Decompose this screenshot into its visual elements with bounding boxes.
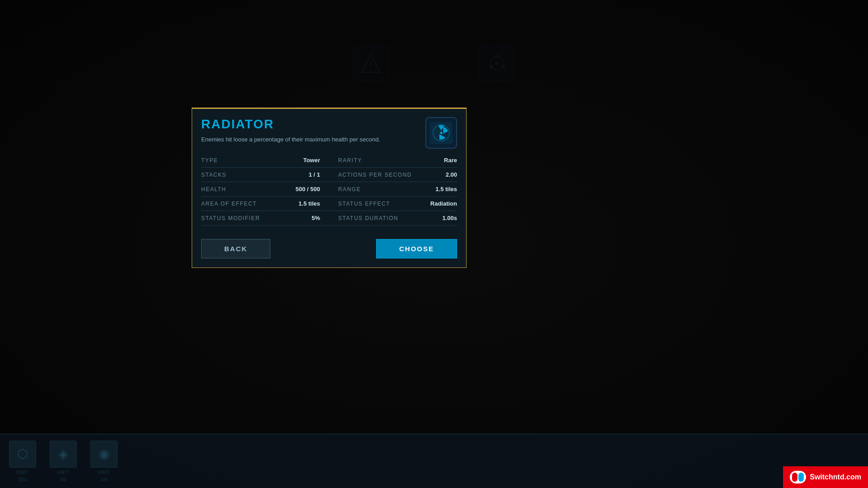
stat-label-health: HEALTH [201,186,226,192]
stat-value-aps: 2.00 [446,171,457,178]
stat-row-type: TYPE Tower [201,153,329,168]
stat-row-rarity: RARITY Rare [329,153,457,168]
modal-header: RADIATOR Enemies hit loose a percentage … [192,109,466,153]
modal-description: Enemies hit loose a percentage of their … [201,135,409,144]
stat-label-aps: ACTIONS PER SECOND [338,172,412,178]
stat-label-range: RANGE [338,186,361,192]
stat-row-stacks: STACKS 1 / 1 [201,168,329,182]
bottom-icon-1: ⬡ [9,441,36,468]
bottom-ghost-1: ⬡ UNIT 0/50 [9,441,36,482]
bottom-bar: ⬡ UNIT 0/50 ◈ UNIT 0/0 ◉ UNIT 0/0 [0,434,868,488]
stat-label-rarity: RARITY [338,157,362,164]
stat-value-rarity: Rare [444,157,457,164]
bottom-icon-2: ◈ [50,441,77,468]
stat-value-type: Tower [303,157,320,164]
stat-row-status-duration: STATUS DURATION 1.00s [329,211,457,225]
card-icon [425,117,457,149]
stat-label-stacks: STACKS [201,172,226,178]
stat-row-aoe: AREA OF EFFECT 1.5 tiles [201,197,329,211]
stat-value-aoe: 1.5 tiles [298,200,320,207]
stat-label-status-duration: STATUS DURATION [338,215,398,221]
stat-value-status-duration: 1.00s [442,215,457,221]
choose-button[interactable]: CHOOSE [376,239,457,258]
stat-label-aoe: AREA OF EFFECT [201,201,257,207]
stat-row-status-modifier: STATUS MODIFIER 5% [201,211,329,225]
switch-badge-text: Switchntd.com [810,473,861,481]
stat-value-range: 1.5 tiles [435,186,457,192]
stat-label-type: TYPE [201,157,218,164]
radiation-icon [430,122,453,144]
svg-point-12 [440,132,443,134]
stat-row-range: RANGE 1.5 tiles [329,182,457,197]
stat-value-health: 500 / 500 [296,186,320,192]
bottom-ghost-2: ◈ UNIT 0/0 [50,441,77,482]
stat-value-stacks: 1 / 1 [309,171,320,178]
switch-badge: Switchntd.com [783,466,868,488]
back-button[interactable]: BACK [201,239,270,258]
switch-logo-icon [790,471,806,483]
modal-title-block: RADIATOR Enemies hit loose a percentage … [201,117,419,144]
stat-label-status-effect: STATUS EFFECT [338,201,390,207]
stat-label-status-modifier: STATUS MODIFIER [201,215,260,221]
stat-row-aps: ACTIONS PER SECOND 2.00 [329,168,457,182]
bottom-icon-3: ◉ [90,441,118,468]
bottom-ghost-3: ◉ UNIT 0/0 [90,441,118,482]
stat-row-health: HEALTH 500 / 500 [201,182,329,197]
modal-title: RADIATOR [201,117,419,131]
stat-value-status-modifier: 5% [311,215,320,221]
stat-value-status-effect: Radiation [430,200,457,207]
button-row: BACK CHOOSE [192,232,466,267]
stats-grid: TYPE Tower RARITY Rare STACKS 1 / 1 ACTI… [192,153,466,232]
stat-row-status-effect: STATUS EFFECT Radiation [329,197,457,211]
card-modal: RADIATOR Enemies hit loose a percentage … [192,108,467,268]
